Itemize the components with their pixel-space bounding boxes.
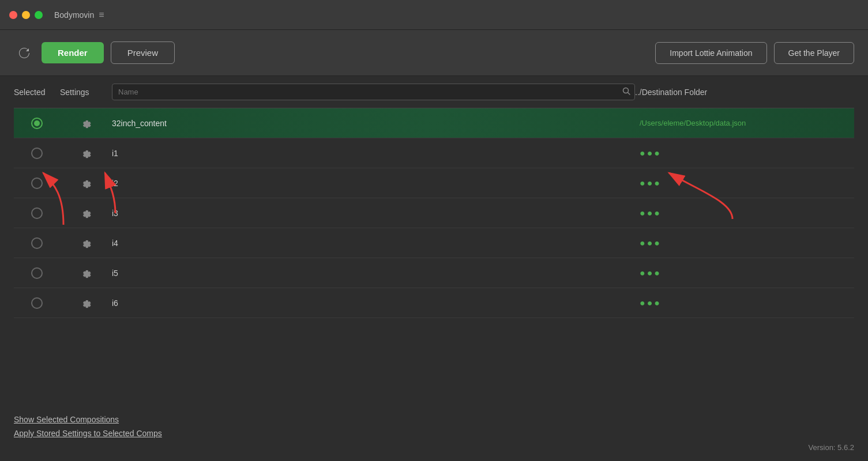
table-row: i5●●● <box>14 258 854 288</box>
settings-gear-icon[interactable] <box>60 267 112 279</box>
destination-path[interactable]: /Users/eleme/Desktop/data.json <box>635 119 854 127</box>
settings-gear-icon[interactable] <box>60 237 112 249</box>
col-destination-label: ../Destination Folder <box>635 88 854 97</box>
minimize-button[interactable] <box>22 11 30 19</box>
comp-name: i2 <box>112 179 635 188</box>
comp-name: i3 <box>112 209 635 218</box>
destination-path[interactable]: ●●● <box>635 178 854 188</box>
app-title: Bodymovin <box>54 10 94 20</box>
bottom-links: Show Selected Compositions Apply Stored … <box>14 415 162 438</box>
radio-button[interactable] <box>31 267 43 279</box>
destination-path[interactable]: ●●● <box>635 208 854 218</box>
radio-button[interactable] <box>31 207 43 219</box>
comp-name: i4 <box>112 239 635 248</box>
radio-button[interactable] <box>31 237 43 249</box>
toolbar: Render Preview Import Lottie Animation G… <box>0 30 868 76</box>
version-text: Version: 5.6.2 <box>809 443 855 452</box>
radio-button[interactable] <box>31 148 43 159</box>
destination-path[interactable]: ●●● <box>635 238 854 248</box>
menu-icon[interactable]: ≡ <box>99 10 104 20</box>
comp-name: i5 <box>112 269 635 278</box>
close-button[interactable] <box>9 11 17 19</box>
title-bar: Bodymovin ≡ <box>0 0 868 30</box>
destination-path[interactable]: ●●● <box>635 148 854 158</box>
main-content: Selected Settings ../Destination Folder … <box>0 76 868 318</box>
apply-settings-button[interactable]: Apply Stored Settings to Selected Comps <box>14 429 162 438</box>
svg-line-1 <box>628 93 630 95</box>
name-search-input[interactable] <box>112 84 635 100</box>
search-icon <box>622 87 630 97</box>
settings-gear-icon[interactable] <box>60 297 112 309</box>
table-row: i6●●● <box>14 288 854 318</box>
comp-name: i1 <box>112 149 635 158</box>
table-row: i4●●● <box>14 228 854 258</box>
radio-button[interactable] <box>31 118 43 129</box>
table-row: i3●●● <box>14 198 854 228</box>
comp-name: 32inch_content <box>112 119 635 128</box>
col-selected-label: Selected <box>14 88 60 97</box>
show-selected-button[interactable]: Show Selected Compositions <box>14 415 162 424</box>
col-settings-label: Settings <box>60 88 112 97</box>
table-row: i1●●● <box>14 138 854 168</box>
destination-path[interactable]: ●●● <box>635 298 854 308</box>
radio-button[interactable] <box>31 177 43 189</box>
preview-button[interactable]: Preview <box>111 41 175 64</box>
settings-gear-icon[interactable] <box>60 148 112 159</box>
refresh-icon[interactable] <box>14 43 35 63</box>
import-lottie-button[interactable]: Import Lottie Animation <box>655 42 766 64</box>
traffic-lights <box>9 11 43 19</box>
radio-button[interactable] <box>31 297 43 309</box>
name-search-container[interactable] <box>112 84 635 100</box>
destination-path[interactable]: ●●● <box>635 268 854 278</box>
table-row: 32inch_content/Users/eleme/Desktop/data.… <box>14 108 854 138</box>
table-row: i2●●● <box>14 168 854 198</box>
table-body: 32inch_content/Users/eleme/Desktop/data.… <box>14 108 854 318</box>
render-button[interactable]: Render <box>42 42 104 63</box>
get-player-button[interactable]: Get the Player <box>774 42 855 64</box>
comp-name: i6 <box>112 298 635 308</box>
toolbar-right: Import Lottie Animation Get the Player <box>655 42 854 64</box>
maximize-button[interactable] <box>35 11 43 19</box>
settings-gear-icon[interactable] <box>60 207 112 219</box>
table-header: Selected Settings ../Destination Folder <box>14 76 854 108</box>
settings-gear-icon[interactable] <box>60 118 112 129</box>
settings-gear-icon[interactable] <box>60 177 112 189</box>
